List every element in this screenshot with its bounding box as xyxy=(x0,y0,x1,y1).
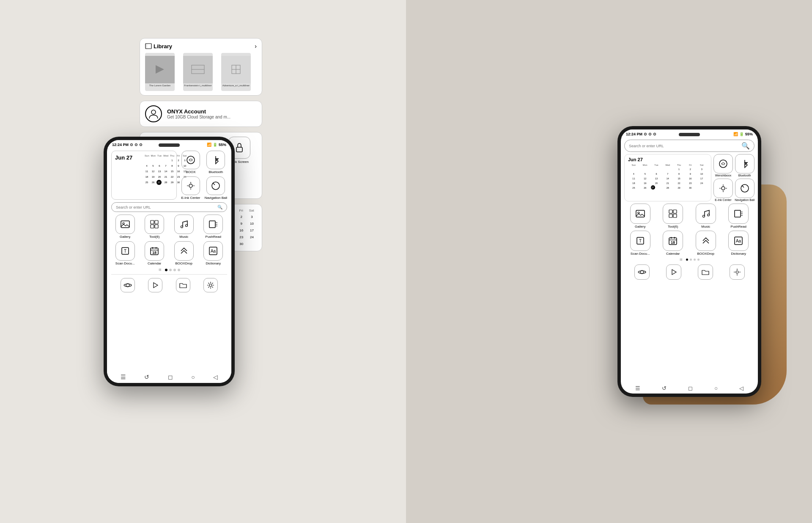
rp-nav-back[interactable]: ◁ xyxy=(739,385,743,391)
right-battery-icon: 🔋 xyxy=(739,132,744,136)
app-scan[interactable]: T Scan Docu... xyxy=(111,241,139,265)
rq-eink-icon xyxy=(713,179,733,198)
rq-wenshiboox[interactable]: Wenshiboox xyxy=(713,154,733,177)
rq-eink[interactable]: E-Ink Center xyxy=(713,179,733,201)
app-grid-row1: Gallery Tool(6) Music xyxy=(111,215,227,239)
rp-nav-home[interactable]: ○ xyxy=(714,385,718,391)
dock-play[interactable] xyxy=(143,276,169,294)
right-status-2: ⊙ xyxy=(648,132,652,136)
svg-text:18: 18 xyxy=(671,240,675,245)
rp-pushread[interactable]: PushRead xyxy=(723,204,755,228)
app-tool[interactable]: Tool(6) xyxy=(141,215,169,239)
nav-square[interactable]: ◻ xyxy=(168,374,173,380)
rp-booxdrop[interactable]: BOOXDrop xyxy=(690,231,722,256)
rp-gallery-label: Gallery xyxy=(635,225,645,228)
svg-point-41 xyxy=(741,184,749,192)
rp-settings-icon xyxy=(730,264,745,280)
right-cal-header: SunMonTueWedThuFriSat xyxy=(628,164,708,166)
right-calendar-widget: Jun 27 SunMonTueWedThuFriSat 12345678910… xyxy=(624,154,711,201)
right-battery-pct: 55% xyxy=(745,132,753,136)
right-search-input[interactable] xyxy=(629,144,739,148)
book-2[interactable]: Frankenstein t_multiliner xyxy=(183,53,213,91)
app-gallery[interactable]: Gallery xyxy=(111,215,139,239)
rp-nav-square[interactable]: ◻ xyxy=(688,385,693,391)
rp-calendar[interactable]: 18 Calendar xyxy=(657,231,689,256)
search-bar[interactable]: 🔍 xyxy=(111,202,227,212)
booxdrop-label: BOOXDrop xyxy=(176,262,192,265)
nav-home[interactable]: ○ xyxy=(191,374,195,380)
rp-pushread-label: PushRead xyxy=(731,225,746,228)
svg-marker-63 xyxy=(672,270,676,275)
right-cal-body: 1234567891011121314151617181920212223242… xyxy=(628,167,708,190)
right-search-bar[interactable]: 🔍 xyxy=(624,140,754,152)
time-display: 12:24 PM xyxy=(112,143,129,147)
library-arrow[interactable]: › xyxy=(255,43,257,50)
svg-rect-45 xyxy=(669,210,672,213)
svg-rect-6 xyxy=(151,220,154,224)
rp-gallery[interactable]: Gallery xyxy=(624,204,656,228)
wifi-icon: 📶 xyxy=(207,143,211,147)
app-pushread[interactable]: PushRead xyxy=(200,215,228,239)
qs-boox-label: BOOX xyxy=(186,170,195,174)
svg-marker-28 xyxy=(156,65,164,74)
rp-nav-refresh[interactable]: ↺ xyxy=(662,385,667,391)
qs-boox[interactable]: BOOX xyxy=(179,151,202,174)
rp-nav-menu[interactable]: ☰ xyxy=(635,385,640,391)
rp-scan[interactable]: T Scan Docu... xyxy=(624,231,656,256)
rp-tool[interactable]: Tool(6) xyxy=(657,204,689,228)
svg-text:T: T xyxy=(639,239,642,243)
qs-navball[interactable]: Navigation Ball xyxy=(205,176,227,200)
rp-dock-play[interactable] xyxy=(658,264,689,280)
play-icon xyxy=(148,278,162,292)
right-nav-bar: ☰ ↺ ◻ ○ ◁ xyxy=(621,383,758,394)
status-icon-3: ⊙ xyxy=(139,143,143,147)
onyx-subtitle: Get 10GB Cloud Storage and m... xyxy=(167,115,230,119)
right-wifi-icon: 📶 xyxy=(733,132,738,136)
qs-bluetooth-label: Bluetooth xyxy=(208,170,223,174)
svg-rect-51 xyxy=(735,210,741,217)
rp-planet-icon xyxy=(634,264,650,280)
book-3-title: Adventure_a t_multiliner xyxy=(222,83,251,88)
dock-settings[interactable] xyxy=(198,276,224,294)
rp-dot-3 xyxy=(694,259,696,261)
svg-rect-43 xyxy=(636,210,645,217)
nav-menu[interactable]: ☰ xyxy=(121,374,126,380)
svg-point-40 xyxy=(721,187,725,190)
app-booxdrop[interactable]: BOOXDrop xyxy=(170,241,198,265)
app-music[interactable]: Music xyxy=(170,215,198,239)
left-section: 12:24 PM ⊙ ⊙ ⊙ 📶 🔋 55% xyxy=(0,0,406,523)
rq-bluetooth[interactable]: Bluetooth xyxy=(735,154,754,177)
nav-refresh[interactable]: ↺ xyxy=(144,374,149,380)
rp-music[interactable]: Music xyxy=(690,204,722,228)
qs-navball-label: Navigation Ball xyxy=(205,196,227,200)
app-dictionary[interactable]: Aa Dictionary xyxy=(200,241,228,265)
app-calendar[interactable]: 18 Calendar xyxy=(141,241,169,265)
dot-1 xyxy=(165,269,167,271)
right-phone-content: 🔍 Jun 27 SunMonTueWedThuFriSat 123456789… xyxy=(621,138,758,383)
rp-dock-settings[interactable] xyxy=(722,264,752,280)
rp-dictionary[interactable]: Aa Dictionary xyxy=(723,231,755,256)
onyx-widget[interactable]: ONYX Account Get 10GB Cloud Storage and … xyxy=(140,101,262,127)
qs-eink[interactable]: E-Ink Center xyxy=(179,176,202,200)
rp-scan-label: Scan Docu... xyxy=(631,252,650,256)
rq-bluetooth-icon xyxy=(735,154,754,173)
book-3[interactable]: Adventure_a t_multiliner xyxy=(221,53,251,91)
rp-dock-folder[interactable] xyxy=(690,264,720,280)
dock-planet[interactable] xyxy=(115,276,141,294)
svg-point-32 xyxy=(151,110,156,114)
dot-2 xyxy=(169,269,172,271)
dock-folder[interactable] xyxy=(170,276,196,294)
booxdrop-icon xyxy=(174,241,194,261)
rp-music-icon xyxy=(696,204,716,224)
music-label: Music xyxy=(179,235,188,239)
rq-navball[interactable]: Navigation Ball xyxy=(735,179,754,201)
right-phone-notch xyxy=(679,133,700,136)
rp-music-label: Music xyxy=(701,225,710,228)
rp-dock-planet[interactable] xyxy=(627,264,657,280)
qs-bluetooth[interactable]: Bluetooth xyxy=(205,151,227,174)
search-input[interactable] xyxy=(116,205,215,209)
nav-back[interactable]: ◁ xyxy=(213,374,218,380)
book-1[interactable]: The Lorem Garden xyxy=(145,53,175,91)
tool-label: Tool(6) xyxy=(149,235,159,239)
right-dock xyxy=(624,264,754,281)
